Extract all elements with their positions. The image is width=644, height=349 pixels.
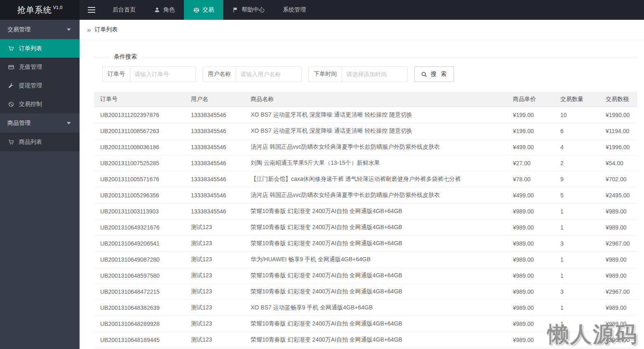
- product-name-cell: 荣耀10青春版 幻彩渐变 2400万AI自拍 全网通版4GB+64GB: [244, 268, 507, 284]
- order-table-header: 订单号 用户名 商品名称 商品单价 交易数量 交易数额: [94, 92, 637, 107]
- order-no-cell: UB2001310648472215: [94, 284, 185, 300]
- order-no-cell: UB2001311005296356: [94, 187, 185, 204]
- sidebar-item-trade-control[interactable]: 交易控制: [0, 95, 80, 113]
- scales-icon: [193, 7, 200, 13]
- quantity-cell: 1: [554, 300, 599, 316]
- sidebar-item-withdraw-management[interactable]: 提现管理: [0, 76, 80, 95]
- circle-slash-icon: [8, 101, 14, 107]
- table-row: UB2001311005296356 13338345546 汤河店 韩国正品v…: [94, 187, 637, 204]
- amount-cell: ¥1996.00: [599, 139, 637, 155]
- order-no-cell: UB2001311007525285: [94, 155, 185, 171]
- breadcrumb-current: 订单列表: [94, 26, 118, 33]
- username-cell: 测试123: [185, 300, 244, 316]
- unit-price-cell: ¥78.00: [507, 171, 554, 187]
- nav-item-label: 角色: [163, 6, 175, 14]
- nav-item-label: 系统管理: [283, 6, 306, 14]
- order-no-cell: UB2001310649321676: [94, 220, 185, 236]
- order-no-field-group: 订单号: [102, 66, 196, 82]
- quantity-cell: 1: [554, 316, 599, 332]
- col-header-amount: 交易数额: [599, 92, 637, 107]
- col-header-product-name: 商品名称: [244, 92, 507, 107]
- user-icon: [154, 7, 160, 13]
- table-row: UB2001310648382639 测试123 XO BS7 运动蓝畅享9 手…: [94, 300, 637, 316]
- product-name-cell: 【江门新会馆】caxa休闲修身速干裤 透气轻薄运动裤耐磨健身户外裤多袋裤七分裤: [244, 171, 507, 187]
- flag-icon: [232, 7, 239, 13]
- username-input[interactable]: [236, 67, 301, 82]
- amount-cell: ¥989.00: [599, 252, 637, 268]
- breadcrumb-chevrons-icon: »: [87, 26, 91, 33]
- product-name-cell: 刘陶 云南昭通玉苹果5斤大果（13-15个）新鲜水果: [244, 155, 507, 171]
- content-area: 条件搜索 订单号 用户名称 下单时间 搜 索: [80, 40, 644, 348]
- unit-price-cell: ¥989.00: [507, 332, 554, 348]
- username-cell: 13338345546: [185, 155, 244, 171]
- product-name-cell: 荣耀10青春版 幻彩渐变 2400万AI自拍 全网通版4GB+64GB: [244, 316, 507, 332]
- amount-cell: ¥1990.00: [599, 107, 637, 123]
- unit-price-cell: ¥989.00: [507, 220, 554, 236]
- order-time-input[interactable]: [342, 67, 407, 82]
- wrench-icon: [8, 83, 14, 89]
- nav-item-system[interactable]: 系统管理: [274, 0, 315, 20]
- nav-item-label: 交易: [202, 6, 214, 14]
- menu-toggle-icon[interactable]: [80, 0, 103, 20]
- nav-item-home[interactable]: 后台首页: [103, 0, 145, 20]
- amount-cell: ¥1194.00: [599, 123, 637, 139]
- sidebar-item-product-list[interactable]: 商品列表: [0, 133, 80, 151]
- top-bar: 抢单系统 V1.0 后台首页 角色 交易 帮助中心 系统管理: [0, 0, 644, 20]
- unit-price-cell: ¥989.00: [507, 300, 554, 316]
- order-table: 订单号 用户名 商品名称 商品单价 交易数量 交易数额 UB2001311202…: [94, 92, 637, 348]
- quantity-cell: 1: [554, 204, 599, 220]
- cart-icon: [8, 46, 14, 52]
- quantity-cell: 2: [554, 155, 599, 171]
- unit-price-cell: ¥989.00: [507, 252, 554, 268]
- quantity-cell: 10: [554, 107, 599, 123]
- order-no-cell: UB2001310648382639: [94, 300, 185, 316]
- amount-cell: ¥54.00: [599, 155, 637, 171]
- order-table-body: UB2001311202397876 13338345546 XO BS7 运动…: [94, 107, 637, 348]
- unit-price-cell: ¥989.00: [507, 284, 554, 300]
- product-name-cell: 华为/HUAWEI 畅享9 手机 全网通版4GB+64GB: [244, 252, 507, 268]
- nav-item-trade[interactable]: 交易: [184, 0, 223, 20]
- nav-item-role[interactable]: 角色: [145, 0, 184, 20]
- table-row: UB2001311008036186 13338345546 汤河店 韩国正品v…: [94, 139, 637, 155]
- quantity-cell: 5: [554, 187, 599, 204]
- order-no-cell: UB2001311008036186: [94, 139, 185, 155]
- sidebar-section-trade-management[interactable]: 交易管理: [0, 20, 80, 39]
- sidebar-section-product-management[interactable]: 商品管理: [0, 113, 80, 133]
- quantity-cell: 3: [554, 332, 599, 348]
- app-title: 抢单系统: [17, 5, 52, 16]
- username-field-group: 用户名称: [202, 66, 302, 82]
- sidebar-item-order-list[interactable]: 订单列表: [0, 39, 80, 58]
- unit-price-cell: ¥989.00: [507, 316, 554, 332]
- cart-icon: [8, 139, 14, 145]
- product-name-cell: 荣耀10青春版 幻彩渐变 2400万AI自拍 全网通版4GB+64GB: [244, 220, 507, 236]
- username-cell: 13338345546: [185, 139, 244, 155]
- product-name-cell: XO BS7 运动蓝牙耳机 深度降噪 通话更清晰 轻松操控 随意切换: [244, 107, 507, 123]
- nav-item-help[interactable]: 帮助中心: [223, 0, 274, 20]
- table-row: UB2001310649206541 测试123 荣耀10青春版 幻彩渐变 24…: [94, 236, 637, 252]
- quantity-cell: 6: [554, 123, 599, 139]
- product-name-cell: XO BS7 运动蓝牙耳机 深度降噪 通话更清晰 轻松操控 随意切换: [244, 123, 507, 139]
- product-name-cell: 荣耀10青春版 幻彩渐变 2400万AI自拍 全网通版4GB+64GB: [244, 284, 507, 300]
- amount-cell: ¥2967.00: [599, 236, 637, 252]
- search-legend: 条件搜索: [110, 53, 141, 61]
- top-nav: 后台首页 角色 交易 帮助中心 系统管理: [103, 0, 315, 20]
- username-cell: 测试123: [185, 316, 244, 332]
- order-no-cell: UB2001311005571676: [94, 171, 185, 187]
- sidebar-item-recharge-management[interactable]: 充值管理: [0, 58, 80, 76]
- order-no-cell: UB2001310648289928: [94, 316, 185, 332]
- table-row: UB2001311005571676 13338345546 【江门新会馆】ca…: [94, 171, 637, 187]
- table-row: UB2001311003113903 13338345546 荣耀10青春版 幻…: [94, 204, 637, 220]
- order-no-input[interactable]: [130, 67, 195, 82]
- quantity-cell: 1: [554, 220, 599, 236]
- sidebar-section-label: 商品管理: [7, 119, 31, 127]
- chevron-down-icon: [66, 122, 72, 124]
- search-button[interactable]: 搜 索: [414, 66, 454, 82]
- username-cell: 测试123: [185, 236, 244, 252]
- product-name-cell: 荣耀10青春版 幻彩渐变 2400万AI自拍 全网通版4GB+64GB: [244, 332, 507, 348]
- amount-cell: ¥2967.00: [599, 284, 637, 300]
- table-row: UB2001310649321676 测试123 荣耀10青春版 幻彩渐变 24…: [94, 220, 637, 236]
- username-cell: 13338345546: [185, 107, 244, 123]
- table-row: UB2001310649087280 测试123 华为/HUAWEI 畅享9 手…: [94, 252, 637, 268]
- username-cell: 13338345546: [185, 187, 244, 204]
- col-header-username: 用户名: [185, 92, 244, 107]
